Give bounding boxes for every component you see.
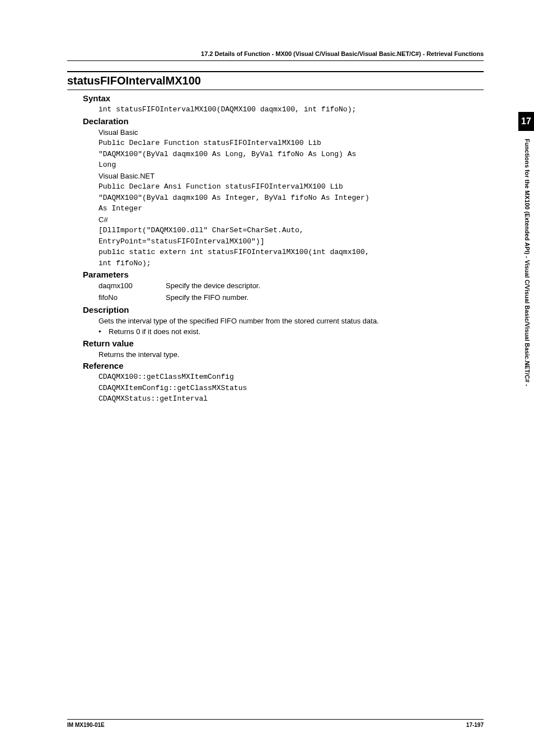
parameters-heading: Parameters [83,270,484,279]
description-heading: Description [83,305,484,314]
csharp-label: C# [99,214,484,226]
description-text: Gets the interval type of the specified … [99,316,484,327]
page-footer: IM MX190-01E 17-197 [67,719,484,728]
footer-left: IM MX190-01E [67,722,105,728]
vb-code: Public Declare Function statusFIFOInterv… [99,138,484,171]
footer-right: 17-197 [466,722,484,728]
syntax-heading: Syntax [83,93,484,103]
param-row: daqmx100 Specify the device descriptor. [99,280,484,292]
description-bullet: • Returns 0 if it does not exist. [99,326,484,337]
bullet-icon: • [99,326,109,337]
vb-label: Visual Basic [99,127,484,138]
chapter-side-text: Functions for the MX100 (Extended API) -… [524,139,531,386]
reference-code: CDAQMX100::getClassMXItemConfig CDAQMXIt… [99,372,484,405]
chapter-tab: 17 [518,112,534,131]
return-value-text: Returns the interval type. [99,349,484,360]
param-name: daqmx100 [99,280,166,292]
bullet-text: Returns 0 if it does not exist. [109,326,200,337]
param-name: fifoNo [99,292,166,304]
return-value-heading: Return value [83,339,484,348]
param-row: fifoNo Specify the FIFO number. [99,292,484,304]
param-desc: Specify the device descriptor. [166,280,260,292]
csharp-code: [DllImport("DAQMX100.dll" CharSet=CharSe… [99,225,484,269]
vbnet-code: Public Declare Ansi Function statusFIFOI… [99,181,484,214]
param-desc: Specify the FIFO number. [166,292,249,304]
page-header: 17.2 Details of Function - MX00 (Visual … [67,50,484,61]
reference-heading: Reference [83,361,484,370]
declaration-heading: Declaration [83,116,484,126]
section-title: statusFIFOIntervalMX100 [67,71,484,90]
vbnet-label: Visual Basic.NET [99,171,484,182]
syntax-code: int statusFIFOIntervalMX100(DAQMX100 daq… [99,104,484,115]
